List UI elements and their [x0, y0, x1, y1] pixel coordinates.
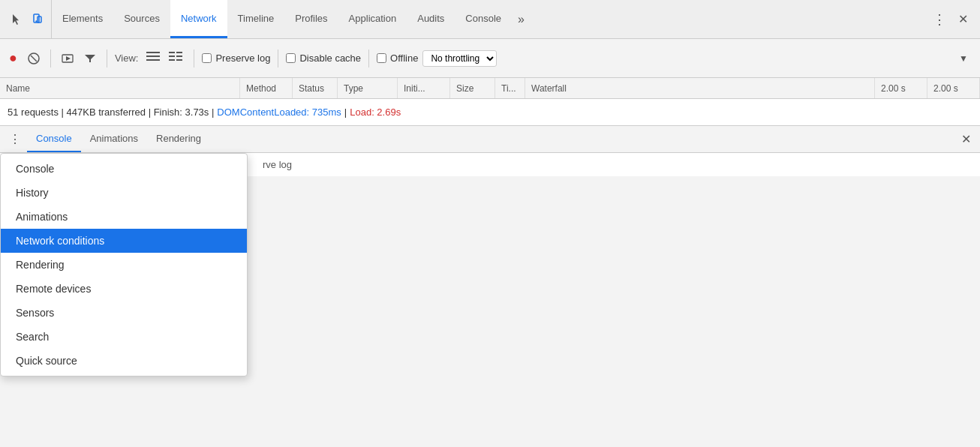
bottom-content: Console History Animations Network condi… — [0, 153, 980, 176]
tab-network[interactable]: Network — [170, 0, 227, 38]
bottom-tab-bar: ⋮ Console Animations Rendering ✕ — [0, 126, 980, 153]
filter-icon[interactable] — [81, 50, 99, 68]
bottom-tab-dots[interactable]: ⋮ — [3, 132, 27, 146]
tab-console[interactable]: Console — [455, 0, 512, 38]
bottom-panel: ⋮ Console Animations Rendering ✕ Console… — [0, 126, 980, 176]
col-waterfall: Waterfall — [525, 78, 875, 98]
svg-rect-16 — [176, 59, 182, 61]
col-time: Ti... — [495, 78, 525, 98]
dom-content-loaded-link[interactable]: DOMContentLoaded: 735ms — [217, 106, 341, 118]
tab-bar-right: ⋮ ✕ — [924, 8, 977, 31]
toolbar-separator-3 — [194, 50, 194, 68]
disable-cache-label: Disable cache — [299, 52, 361, 64]
toolbar-separator-2 — [107, 50, 107, 68]
tab-elements[interactable]: Elements — [52, 0, 113, 38]
drawer-menu-item-history[interactable]: History — [1, 181, 247, 205]
drawer-menu-item-sensors[interactable]: Sensors — [1, 301, 247, 325]
col-method: Method — [240, 78, 293, 98]
preserve-log-checkbox-row[interactable]: Preserve log — [202, 52, 270, 64]
device-icon[interactable] — [29, 10, 47, 28]
preserve-log-label: Preserve log — [215, 52, 270, 64]
svg-rect-8 — [146, 52, 160, 53]
svg-line-4 — [31, 56, 37, 62]
drawer-menu-item-quick-source[interactable]: Quick source — [1, 349, 247, 373]
svg-rect-13 — [169, 56, 175, 57]
drawer-menu-item-rendering[interactable]: Rendering — [1, 253, 247, 277]
tab-audits[interactable]: Audits — [407, 0, 455, 38]
svg-rect-9 — [146, 56, 160, 57]
svg-marker-7 — [85, 55, 95, 62]
offline-checkbox-row[interactable]: Offline — [377, 52, 418, 64]
bottom-tab-rendering[interactable]: Rendering — [147, 126, 210, 152]
camera-icon[interactable] — [59, 50, 77, 68]
drawer-menu-item-console[interactable]: Console — [1, 157, 247, 181]
svg-rect-12 — [176, 52, 182, 53]
tab-timeline[interactable]: Timeline — [227, 0, 285, 38]
throttling-select[interactable]: No throttling — [422, 50, 497, 67]
view-toggle — [143, 50, 186, 67]
bottom-panel-close-button[interactable]: ✕ — [955, 126, 977, 153]
tab-list: Elements Sources Network Timeline Profil… — [52, 0, 924, 38]
toolbar-dropdown-arrow[interactable]: ▼ — [953, 53, 974, 64]
svg-rect-10 — [146, 59, 160, 61]
disable-cache-checkbox-row[interactable]: Disable cache — [286, 52, 361, 64]
top-tab-bar: Elements Sources Network Timeline Profil… — [0, 0, 980, 39]
col-status: Status — [293, 78, 338, 98]
status-separator: | — [344, 106, 347, 118]
col-time1: 2.00 s — [875, 78, 927, 98]
column-headers: Name Method Status Type Initi... Size Ti… — [0, 78, 980, 99]
col-time2: 2.00 s — [927, 78, 980, 98]
close-devtools-button[interactable]: ✕ — [955, 9, 971, 29]
offline-checkbox[interactable] — [377, 53, 386, 63]
col-name: Name — [0, 78, 240, 98]
load-time-link[interactable]: Load: 2.69s — [350, 106, 401, 118]
offline-label: Offline — [390, 52, 418, 64]
drawer-menu-item-network-conditions[interactable]: Network conditions — [1, 229, 247, 253]
drawer-menu-item-animations[interactable]: Animations — [1, 205, 247, 229]
request-count-text: 51 requests | 447KB transferred | Finish… — [8, 106, 214, 118]
view-detail-button[interactable] — [165, 50, 186, 67]
overflow-menu-icon[interactable]: ⋮ — [930, 8, 949, 31]
svg-point-2 — [36, 21, 37, 22]
bottom-tab-list: Console Animations Rendering — [27, 126, 210, 152]
drawer-menu-item-remote-devices[interactable]: Remote devices — [1, 277, 247, 301]
svg-rect-15 — [169, 59, 175, 61]
disable-cache-checkbox[interactable] — [286, 53, 296, 63]
toolbar-separator-1 — [50, 50, 51, 68]
devtools-icons — [3, 0, 52, 38]
drawer-menu: Console History Animations Network condi… — [0, 153, 248, 376]
preserve-log-note: rve log — [263, 159, 292, 170]
view-label: View: — [115, 52, 139, 64]
record-button[interactable]: ● — [6, 47, 20, 69]
more-tabs-button[interactable]: » — [512, 13, 531, 26]
toolbar-separator-5 — [368, 50, 369, 68]
tab-profiles[interactable]: Profiles — [284, 0, 338, 38]
toolbar-separator-4 — [278, 50, 278, 68]
network-toolbar: ● View: Preserve log — [0, 39, 980, 78]
svg-rect-11 — [169, 52, 175, 53]
status-bar: 51 requests | 447KB transferred | Finish… — [0, 99, 980, 126]
stop-recording-button[interactable] — [25, 50, 43, 68]
bottom-tab-animations[interactable]: Animations — [81, 126, 147, 152]
cursor-icon[interactable] — [8, 10, 26, 28]
tab-application[interactable]: Application — [338, 0, 407, 38]
tab-sources[interactable]: Sources — [113, 0, 170, 38]
col-size: Size — [450, 78, 495, 98]
col-type: Type — [338, 78, 398, 98]
svg-marker-6 — [66, 56, 71, 61]
preserve-log-checkbox[interactable] — [202, 53, 212, 63]
view-list-button[interactable] — [143, 50, 164, 67]
col-initiator: Initi... — [398, 78, 450, 98]
drawer-menu-item-search[interactable]: Search — [1, 325, 247, 349]
svg-rect-14 — [176, 56, 182, 57]
bottom-tab-console[interactable]: Console — [27, 126, 81, 152]
